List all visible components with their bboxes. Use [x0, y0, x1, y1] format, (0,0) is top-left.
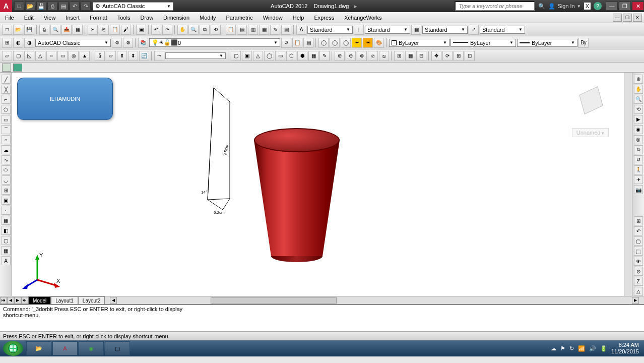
torus-icon[interactable]: ◎: [69, 51, 79, 61]
match-icon[interactable]: 🖌: [121, 25, 131, 35]
save-icon[interactable]: 💾: [24, 25, 34, 35]
minimize-button[interactable]: —: [606, 2, 618, 11]
live-section-icon[interactable]: ⊟: [416, 51, 426, 61]
line-icon[interactable]: ╱: [2, 75, 11, 84]
realistic-icon[interactable]: ◯: [264, 51, 274, 61]
xchange-btn2[interactable]: [13, 64, 22, 72]
design-center-icon[interactable]: ▤: [237, 25, 247, 35]
menu-modify[interactable]: Modify: [195, 12, 221, 23]
helix-icon[interactable]: §: [95, 51, 105, 61]
pan-icon[interactable]: ✋: [177, 25, 187, 35]
menu-express[interactable]: Express: [309, 12, 339, 23]
doc-restore[interactable]: ❐: [623, 14, 632, 22]
dim-style-dropdown[interactable]: Standard▼: [365, 26, 410, 34]
interfere-icon[interactable]: ⧅: [379, 51, 389, 61]
task-explorer[interactable]: 📂: [26, 341, 51, 355]
wedge-icon[interactable]: ◺: [24, 51, 34, 61]
ucs-world-icon[interactable]: ⊞: [634, 216, 643, 225]
copy-icon[interactable]: ⎘: [99, 25, 109, 35]
sketchy-icon[interactable]: ✎: [319, 51, 330, 61]
shades-icon[interactable]: ▦: [308, 51, 318, 61]
free-orbit-icon[interactable]: ◎: [634, 135, 643, 144]
viewcube-face[interactable]: [579, 86, 603, 114]
tray-battery-icon[interactable]: 🔋: [600, 345, 607, 352]
hidden-icon[interactable]: △: [253, 51, 263, 61]
hscroll-right-icon[interactable]: ▶: [632, 297, 639, 304]
app-icon[interactable]: A: [0, 0, 12, 12]
region-icon[interactable]: ▢: [2, 236, 11, 245]
qat-open-icon[interactable]: 📂: [25, 2, 35, 11]
visual-style-dropdown[interactable]: ▼: [165, 52, 226, 59]
maximize-button[interactable]: ❐: [619, 2, 631, 11]
tool-palette-icon[interactable]: ▥: [248, 25, 258, 35]
xline-icon[interactable]: ╳: [2, 85, 11, 94]
camera-icon[interactable]: 📷: [634, 185, 643, 194]
tab-last-icon[interactable]: ⏭: [21, 297, 28, 304]
zoom-ext-icon[interactable]: 🔍: [634, 95, 643, 104]
continuous-orbit-icon[interactable]: ↻: [634, 145, 643, 154]
text-style-icon[interactable]: A: [296, 25, 306, 35]
open-icon[interactable]: 📂: [13, 25, 23, 35]
linetype-dropdown[interactable]: ByLayer▼: [450, 39, 516, 47]
layer-prev-icon[interactable]: ↺: [281, 38, 291, 48]
hscrollbar[interactable]: ◀ ▶: [110, 297, 639, 304]
group-icon[interactable]: ◯: [318, 38, 329, 48]
orbit-icon[interactable]: ⟲: [634, 105, 643, 114]
exchange-icon[interactable]: X: [584, 3, 591, 10]
3dscale-icon[interactable]: ⊡: [465, 51, 475, 61]
zoom-icon[interactable]: 🔍: [188, 25, 199, 35]
ucs-z-icon[interactable]: Z: [634, 277, 643, 286]
workspace-dropdown-2[interactable]: AutoCAD Classic▼: [35, 39, 111, 47]
walk-icon[interactable]: 🚶: [634, 165, 643, 174]
qat-undo-icon[interactable]: ↶: [70, 2, 80, 11]
menu-edit[interactable]: Edit: [19, 12, 39, 23]
flatshot-icon[interactable]: ▦: [405, 51, 415, 61]
table-style-icon[interactable]: ▦: [411, 25, 421, 35]
arc-icon[interactable]: ⌒: [2, 125, 11, 134]
revolve-icon[interactable]: 🔄: [139, 51, 149, 61]
qat-plot-icon[interactable]: ▤: [58, 2, 69, 11]
sweep-icon[interactable]: ⤳: [154, 51, 164, 61]
lineweight-dropdown[interactable]: ByLayer▼: [517, 39, 577, 47]
ucs-face-icon[interactable]: ▢: [634, 236, 643, 246]
bylayer-icon[interactable]: By: [578, 38, 589, 48]
tab-prev-icon[interactable]: ◀: [7, 297, 14, 304]
tray-flag-icon[interactable]: ⚑: [560, 345, 565, 352]
menu-xchangeworks[interactable]: XchangeWorks: [339, 12, 387, 23]
table-icon[interactable]: ▦: [2, 246, 11, 255]
cut-icon[interactable]: ✂: [88, 25, 98, 35]
block-icon[interactable]: ▣: [136, 25, 146, 35]
task-autocad[interactable]: A: [52, 341, 78, 355]
help-icon[interactable]: ?: [594, 2, 602, 10]
section-icon[interactable]: ⊞: [394, 51, 404, 61]
menu-help[interactable]: Help: [288, 12, 309, 23]
sheet-set-icon[interactable]: ▦: [259, 25, 269, 35]
redo-icon[interactable]: ↷: [162, 25, 172, 35]
spline-icon[interactable]: ∿: [2, 155, 11, 164]
3dalign-icon[interactable]: ⊞: [454, 51, 464, 61]
help-search-input[interactable]: [455, 1, 535, 11]
box-icon[interactable]: ▢: [13, 51, 23, 61]
qat-print-icon[interactable]: ⎙: [47, 2, 57, 11]
tray-onedrive-icon[interactable]: ☁: [551, 345, 556, 352]
ucs-prev-icon[interactable]: ↶: [634, 226, 643, 235]
infer-icon[interactable]: ◐: [13, 38, 23, 48]
tray-clock[interactable]: 8:24 AM 11/20/2015: [611, 342, 639, 355]
undo-icon[interactable]: ↶: [151, 25, 161, 35]
signin-button[interactable]: 👤 Sign In ▼: [548, 3, 581, 10]
tab-next-icon[interactable]: ▶: [14, 297, 21, 304]
layer-dropdown[interactable]: 💡 ☀ 🔓 ⬛ 0 ▼: [149, 38, 280, 47]
menu-draw[interactable]: Draw: [135, 12, 158, 23]
start-button[interactable]: [3, 341, 23, 356]
infocenter-icon[interactable]: 🔍: [538, 3, 545, 10]
ucs-origin-icon[interactable]: ⊙: [634, 267, 643, 276]
3drotate-icon[interactable]: ⟳: [442, 51, 453, 61]
point-icon[interactable]: ·: [2, 206, 11, 215]
full-nav-icon[interactable]: ⊕: [634, 75, 643, 84]
mtext-icon[interactable]: A: [2, 256, 11, 265]
hscroll-left-icon[interactable]: ◀: [110, 297, 117, 304]
constrained-orbit-icon[interactable]: ◉: [634, 125, 643, 134]
hscroll-thumb[interactable]: [211, 297, 337, 304]
tray-volume-icon[interactable]: 🔊: [589, 345, 596, 352]
table-style-dropdown[interactable]: Standard▼: [422, 26, 468, 34]
